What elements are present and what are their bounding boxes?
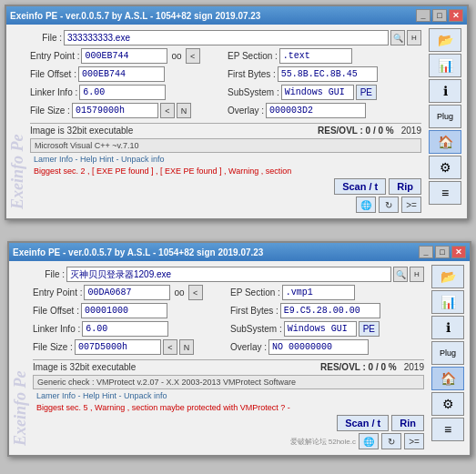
fo-field-2[interactable]: 00001000 xyxy=(81,303,167,318)
filename-row-1: File : 333333333.exe 🔍 H xyxy=(30,30,421,45)
maximize-btn-1[interactable]: □ xyxy=(432,9,447,22)
rip-btn-2[interactable]: Rin xyxy=(391,415,424,431)
two-col-6: File Offset : 00001000 First Bytes : E9.… xyxy=(33,303,424,321)
lt-btn2-2[interactable]: < xyxy=(163,339,177,355)
filename-field-1[interactable]: 333333333.exe xyxy=(64,30,389,45)
col-left-7: Linker Info : 6.00 xyxy=(33,321,227,339)
ovl-row-2: Overlay : NO 00000000 xyxy=(230,339,424,355)
res-ovl-2: RES/OVL : 0 / 0 % xyxy=(320,362,397,372)
two-col-1: Entry Point : 000EB744 oo < EP Section :… xyxy=(30,48,421,66)
file-label-2: File : xyxy=(33,269,65,279)
close-btn-1[interactable]: ✕ xyxy=(449,9,463,22)
lt-btn-1[interactable]: < xyxy=(186,48,200,64)
home-icon-2[interactable]: 🏠 xyxy=(431,367,464,390)
fb-row-2: First Bytes : E9.C5.28.00.00 xyxy=(230,303,424,318)
eps-label-2: EP Section : xyxy=(230,287,280,298)
img-info-1: Image is 32bit executable xyxy=(30,126,133,136)
col-right-1: EP Section : .text xyxy=(228,48,421,66)
titlebar-1[interactable]: Exeinfo PE - ver.0.0.5.7 by A.S.L - 1054… xyxy=(6,6,467,25)
refresh-btn-2[interactable]: ↻ xyxy=(381,433,401,449)
chart-icon-1[interactable]: 📊 xyxy=(429,54,461,77)
stack-icon-1[interactable]: ≡ xyxy=(429,181,461,205)
fb-field-1[interactable]: 55.8B.EC.8B.45 xyxy=(278,66,378,82)
ovl-field-2[interactable]: NO 00000000 xyxy=(268,339,369,355)
home-icon-1[interactable]: 🏠 xyxy=(429,130,461,154)
scan-btn-2[interactable]: Scan / t xyxy=(337,415,389,431)
chart-icon-2[interactable]: 📊 xyxy=(431,290,464,314)
search-file-btn-2[interactable]: 🔍 xyxy=(393,267,408,282)
li-row-1: Linker Info : 6.00 xyxy=(30,85,224,100)
oo-label-1: oo xyxy=(171,51,181,61)
window-2: Exeinfo PE - ver.0.0.5.7 by A.S.L - 1054… xyxy=(7,241,471,457)
fb-field-2[interactable]: E9.C5.28.00.00 xyxy=(280,303,380,318)
plug-icon-1[interactable]: Plug xyxy=(429,105,461,128)
li-field-1[interactable]: 6.00 xyxy=(79,85,166,100)
ep-field-1[interactable]: 000EB744 xyxy=(81,48,167,64)
li-field-2[interactable]: 6.00 xyxy=(82,321,168,337)
fs-field-2[interactable]: 007D5000h xyxy=(75,339,161,355)
gear-icon-2[interactable]: ⚙ xyxy=(431,392,464,416)
nav-gt-btn-2[interactable]: >= xyxy=(404,433,424,449)
watermark-1: Exeinfo Pe xyxy=(8,34,27,209)
maximize-btn-2[interactable]: □ xyxy=(435,246,450,258)
plug-icon-2[interactable]: Plug xyxy=(431,341,464,365)
nav-gt-btn-1[interactable]: >= xyxy=(401,197,421,213)
fb-row-1: First Bytes : 55.8B.EC.8B.45 xyxy=(228,66,421,82)
ep-label-1: Entry Point : xyxy=(30,51,79,61)
search-file-btn-1[interactable]: 🔍 xyxy=(390,30,405,45)
gear-icon-1[interactable]: ⚙ xyxy=(429,156,461,179)
divider-2 xyxy=(33,359,424,360)
open-file-icon-2[interactable]: 📂 xyxy=(431,265,464,288)
info-icon-1[interactable]: ℹ xyxy=(429,79,461,103)
fs-field-1[interactable]: 01579000h xyxy=(72,103,158,118)
ep-row-1: Entry Point : 000EB744 oo < xyxy=(30,48,224,64)
ep-row-2: Entry Point : 00DA0687 oo < xyxy=(33,285,227,300)
eps-field-2[interactable]: .vmp1 xyxy=(282,285,355,300)
open-file-icon-1[interactable]: 📂 xyxy=(429,28,461,52)
fo-label-1: File Offset : xyxy=(30,69,76,79)
ep-field-2[interactable]: 00DA0687 xyxy=(84,285,170,300)
titlebar-2[interactable]: Exeinfo PE - ver.0.0.5.7 by A.S.L - 1054… xyxy=(9,243,470,261)
eps-field-1[interactable]: .text xyxy=(279,48,352,64)
lt-btn-2[interactable]: < xyxy=(188,285,203,300)
lamer-info-2[interactable]: Lamer Info - Help Hint - Unpack info xyxy=(33,390,424,401)
col-left-6: File Offset : 00001000 xyxy=(33,303,227,321)
ss-field-1[interactable]: Windows GUI xyxy=(281,85,354,100)
h-btn-2[interactable]: H xyxy=(410,267,424,282)
pe-btn-1[interactable]: PE xyxy=(356,85,377,100)
globe-btn-2[interactable]: 🌐 xyxy=(359,433,379,449)
stack-icon-2[interactable]: ≡ xyxy=(431,418,464,441)
globe-btn-1[interactable]: 🌐 xyxy=(356,197,376,213)
h-btn-1[interactable]: H xyxy=(407,30,421,45)
close-btn-2[interactable]: ✕ xyxy=(451,246,466,258)
scan-rip-row-1: Scan / t Rip xyxy=(30,178,421,195)
fs-row-2: File Size : 007D5000h < N xyxy=(33,339,227,355)
window-2-body: Exeinfo Pe File : 灭神贝贝登录器1209.exe 🔍 H En… xyxy=(9,261,470,455)
pe-btn-2[interactable]: PE xyxy=(359,321,380,337)
minimize-btn-2[interactable]: _ xyxy=(419,246,433,258)
info-icon-2[interactable]: ℹ xyxy=(431,316,464,339)
watermark-2: Exeinfo Pe xyxy=(11,270,30,446)
right-panel-1: 📂 📊 ℹ Plug 🏠 ⚙ ≡ xyxy=(429,28,463,205)
n-btn-2[interactable]: N xyxy=(179,339,194,355)
lt-btn2-1[interactable]: < xyxy=(160,103,175,118)
ovl-field-1[interactable]: 000003D2 xyxy=(266,103,366,118)
ss-field-2[interactable]: Windows GUI xyxy=(284,321,357,337)
refresh-btn-1[interactable]: ↻ xyxy=(379,197,399,213)
scan-btn-1[interactable]: Scan / t xyxy=(334,178,386,195)
ovl-row-1: Overlay : 000003D2 xyxy=(228,103,421,118)
two-col-4: File Size : 01579000h < N Overlay : 0000… xyxy=(30,103,421,121)
biggest-1: Biggest sec. 2 , [ EXE PE found ] , [ EX… xyxy=(30,166,421,176)
lamer-info-1[interactable]: Lamer Info - Help Hint - Unpack info xyxy=(30,154,421,165)
col-left-2: File Offset : 000EB744 xyxy=(30,66,224,85)
fo-label-2: File Offset : xyxy=(33,306,79,316)
n-btn-1[interactable]: N xyxy=(177,103,191,118)
ep-label-2: Entry Point : xyxy=(33,287,82,298)
plugin-text-2: Generic check : VMProtect v.2.07 - X.X 2… xyxy=(33,375,424,389)
fo-field-1[interactable]: 000EB744 xyxy=(78,66,165,82)
filename-field-2[interactable]: 灭神贝贝登录器1209.exe xyxy=(66,267,391,282)
fb-label-2: First Bytes : xyxy=(230,306,279,316)
rip-btn-1[interactable]: Rip xyxy=(389,178,421,195)
minimize-btn-1[interactable]: _ xyxy=(416,9,430,22)
window-1: Exeinfo PE - ver.0.0.5.7 by A.S.L - 1054… xyxy=(5,5,469,220)
